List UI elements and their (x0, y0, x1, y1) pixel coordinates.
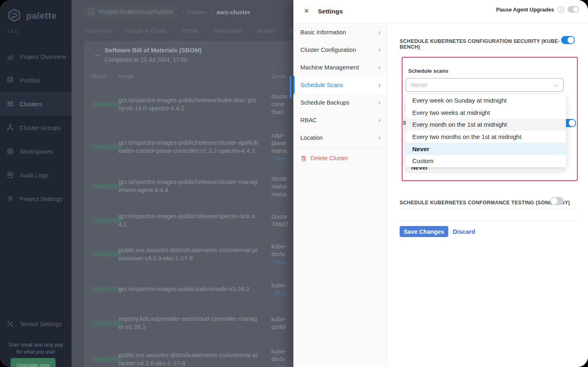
pause-agent-upgrades-toggle[interactable] (568, 6, 579, 13)
image-path: gcr.io/spectro-images-public/release/kub… (118, 96, 271, 112)
breadcrumb-project: Project-ScaleSecureTutorial (99, 9, 173, 15)
breadcrumb-clusters[interactable]: Clusters (188, 9, 207, 15)
tab-nodes[interactable]: Nodes (257, 27, 275, 34)
settings-nav-basic-information[interactable]: Basic Information› (293, 23, 387, 41)
settings-nav-schedule-backups[interactable]: Schedule Backups› (293, 94, 387, 111)
tab-profile[interactable]: Profile (181, 27, 199, 34)
delete-cluster-button[interactable]: Delete Cluster (293, 148, 387, 161)
chevron-right-icon: › (378, 99, 380, 106)
image-path: public.ecr.aws/eks-distro/kubernetes-csi… (118, 246, 271, 262)
sidebar-nav: Project Overview Profiles Clusters Clust… (0, 45, 72, 210)
image-path: gcr.io/spectro-images-public/calico/node… (118, 285, 271, 293)
settings-nav-rbac[interactable]: RBAC› (293, 111, 387, 129)
discard-button[interactable]: Discard (453, 228, 475, 235)
schedule-scans-highlight-box: Schedule scans SC Never Never Every week… (402, 57, 578, 181)
sidebar-item-workspaces[interactable]: Workspaces (0, 139, 72, 163)
sonobuoy-toggle[interactable] (550, 197, 564, 205)
sidebar-item-label: Audit Logs (20, 172, 49, 179)
image-path: gcr.io/spectro-images-public/release/spe… (118, 212, 271, 228)
sidebar-item-label: Tenant Settings (20, 320, 62, 327)
sidebar-item-label: Cluster Groups (20, 124, 61, 131)
sidebar: palette 4.4.11 Project Overview Profiles… (0, 0, 72, 367)
delete-cluster-label: Delete Cluster (311, 155, 348, 161)
upgrade-now-button[interactable]: Upgrade now (11, 358, 56, 367)
tab-usage-costs[interactable]: Usage & Costs (126, 27, 167, 34)
chevron-right-icon: › (378, 29, 380, 36)
settings-header: × Settings Pause Agent Upgrades i (293, 0, 588, 23)
breadcrumb-cluster-name: aws-cluster (217, 9, 250, 16)
sonobuoy-row: SCHEDULE KUBERNETES CONFORMANCE TESTING … (400, 196, 579, 209)
sidebar-item-label: Profiles (20, 77, 40, 84)
breadcrumb-separator: / (182, 9, 183, 15)
sonobuoy-label: SCHEDULE KUBERNETES CONFORMANCE TESTING … (400, 200, 570, 206)
settings-drawer: × Settings Pause Agent Upgrades i Basic … (293, 0, 588, 367)
settings-nav: Basic Information› Cluster Configuration… (293, 23, 387, 367)
dropdown-option-never[interactable]: Never (406, 143, 566, 155)
dropdown-option-monthly[interactable]: Every month on the 1st at midnight (406, 119, 566, 131)
palette-logo-icon (7, 8, 22, 24)
save-changes-button[interactable]: Save Changes (400, 226, 448, 237)
sidebar-item-cluster-groups[interactable]: Cluster Groups (0, 116, 72, 139)
sidebar-item-clusters[interactable]: Clusters (0, 92, 72, 116)
gear-icon (7, 195, 14, 202)
sidebar-item-label: Workspaces (20, 148, 53, 155)
sidebar-item-label: Clusters (20, 101, 42, 107)
buttons-divider (400, 221, 579, 221)
chevron-right-icon: › (378, 46, 380, 54)
dropdown-option-weekly[interactable]: Every week on Sunday at midnight (406, 94, 566, 107)
layers-icon (7, 76, 14, 84)
settings-nav-cluster-configuration[interactable]: Cluster Configuration› (293, 41, 387, 58)
project-icon (87, 8, 95, 16)
document-icon (7, 171, 14, 179)
settings-title: Settings (318, 8, 343, 15)
sbom-title: Software Bill of Materials (SBOM) (105, 47, 202, 54)
tab-workloads[interactable]: Workloads (213, 27, 242, 34)
tab-overview[interactable]: Overview (85, 27, 111, 34)
schedule-scans-select[interactable]: Never (406, 78, 563, 92)
list-icon (7, 100, 14, 107)
project-selector[interactable]: Project-ScaleSecureTutorial (84, 6, 178, 18)
chevron-right-icon: › (378, 116, 380, 124)
kube-bench-label: SCHEDULE KUBERNETES CONFIGURATION SECURI… (400, 38, 579, 50)
close-icon[interactable]: × (302, 6, 311, 16)
chart-icon (7, 53, 14, 60)
image-path: gcr.io/spectro-images-public/release/clu… (118, 178, 271, 194)
settings-nav-location[interactable]: Location› (293, 129, 387, 146)
pause-agent-upgrades-label: Pause Agent Upgrades (496, 7, 554, 13)
image-path: gcr.io/spectro-images-public/release/clu… (118, 139, 271, 155)
sidebar-tenant-settings-wrap: Tenant Settings (0, 312, 72, 336)
kube-bench-toggle[interactable] (561, 36, 575, 44)
sidebar-item-profiles[interactable]: Profiles (0, 68, 72, 92)
sidebar-item-audit-logs[interactable]: Audit Logs (0, 163, 72, 187)
dropdown-option-bimonthly[interactable]: Every two months on the 1st at midnight (406, 131, 566, 143)
sidebar-item-label: Project Settings (20, 195, 63, 202)
kube-bench-row: SCHEDULE KUBERNETES CONFIGURATION SECURI… (400, 35, 579, 50)
sidebar-item-tenant-settings[interactable]: Tenant Settings (0, 312, 72, 336)
schedule-scans-select-value: Never (411, 81, 427, 88)
scrollbar-thumb[interactable] (290, 76, 291, 98)
image-path: registry.k8s.io/provider-aws/cloud-contr… (118, 315, 271, 331)
sidebar-item-project-overview[interactable]: Project Overview (0, 45, 72, 68)
upgrade-promo-text: Start small and only pay for what you us… (0, 342, 72, 356)
sidebar-item-project-settings[interactable]: Project Settings (0, 187, 72, 210)
info-icon[interactable]: i (558, 7, 564, 13)
settings-nav-schedule-scans[interactable]: Schedule Scans› (293, 76, 387, 94)
app-version: 4.4.11 (0, 24, 72, 34)
back-arrow-icon[interactable]: ← (94, 50, 101, 59)
schedule-scans-label: Schedule scans (408, 68, 448, 74)
settings-nav-machine-management[interactable]: Machine Management› (293, 58, 387, 76)
pause-agent-upgrades: Pause Agent Upgrades i (496, 6, 579, 13)
app-screen: palette 4.4.11 Project Overview Profiles… (0, 0, 588, 367)
dropdown-option-biweekly[interactable]: Every two weeks at midnight (406, 107, 566, 119)
breadcrumb-separator: / (211, 9, 212, 15)
network-icon (7, 124, 14, 131)
chevron-right-icon: › (378, 134, 380, 141)
chevron-right-icon: › (378, 81, 380, 89)
dropdown-option-custom[interactable]: Custom (406, 155, 566, 167)
column-status: Status (84, 73, 118, 79)
column-image: Image (118, 73, 271, 79)
chevron-right-icon: › (378, 64, 380, 71)
trash-icon (301, 155, 306, 161)
brand-name: palette (26, 11, 56, 21)
chevron-down-icon (554, 82, 558, 87)
